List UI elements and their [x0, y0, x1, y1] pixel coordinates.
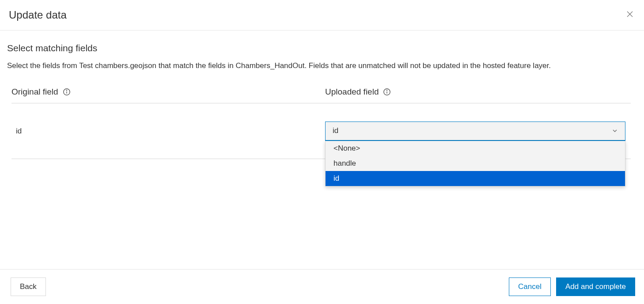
dropdown-option-handle[interactable]: handle [326, 156, 625, 171]
select-current-value: id [333, 126, 338, 135]
info-icon[interactable] [63, 88, 71, 96]
original-field-value: id [11, 127, 325, 136]
field-headers-row: Original field Uploaded field [11, 83, 631, 103]
original-field-header: Original field [11, 87, 325, 97]
uploaded-field-select[interactable]: id [325, 122, 625, 141]
dialog-header: Update data [0, 0, 644, 30]
section-title: Select matching fields [7, 43, 635, 53]
section-description: Select the fields from Test chambers.geo… [7, 60, 625, 72]
close-icon [626, 10, 634, 20]
original-field-label: Original field [11, 87, 58, 97]
uploaded-field-label: Uploaded field [325, 87, 379, 97]
footer-right-group: Cancel Add and complete [509, 277, 635, 296]
dropdown-option-none[interactable]: <None> [326, 141, 625, 156]
svg-point-5 [387, 90, 387, 91]
dialog-footer: Back Cancel Add and complete [0, 269, 644, 304]
uploaded-field-dropdown: <None> handle id [325, 141, 625, 186]
add-and-complete-button[interactable]: Add and complete [556, 277, 635, 296]
svg-point-2 [66, 90, 67, 91]
cancel-button[interactable]: Cancel [509, 277, 551, 296]
field-mapping-row: id id <None> handle id [11, 103, 631, 159]
uploaded-field-cell: id <None> handle id [325, 122, 631, 141]
info-icon[interactable] [383, 88, 391, 96]
back-button[interactable]: Back [11, 277, 46, 296]
dropdown-option-id[interactable]: id [326, 171, 625, 186]
field-mapping-area: Original field Uploaded field id id [7, 83, 635, 159]
dialog-title: Update data [9, 9, 67, 21]
close-button[interactable] [625, 10, 635, 20]
dialog-content: Select matching fields Select the fields… [0, 30, 644, 159]
chevron-down-icon [612, 128, 618, 134]
uploaded-field-header: Uploaded field [325, 87, 631, 97]
